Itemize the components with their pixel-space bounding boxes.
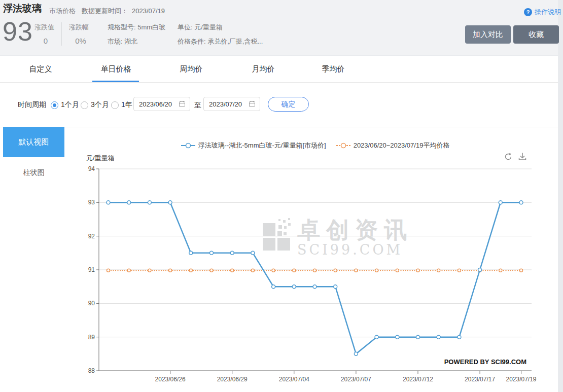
radio-1-year-circle[interactable] xyxy=(111,101,119,109)
svg-text:2023/07/04: 2023/07/04 xyxy=(279,376,309,383)
legend-item-market-price[interactable]: 浮法玻璃--湖北-5mm白玻-元/重量箱[市场价] xyxy=(181,141,326,150)
current-price: 93 xyxy=(3,17,33,46)
radio-3-month-label: 3个月 xyxy=(91,100,109,110)
legend-label: 2023/06/20~2023/07/19平均价格 xyxy=(354,141,450,150)
market-label: 市场: 湖北 xyxy=(108,37,137,46)
unit-label: 单位: 元/重量箱 xyxy=(178,23,223,32)
tab-weekly-avg[interactable]: 周均价 xyxy=(179,56,204,82)
svg-text:2023/07/07: 2023/07/07 xyxy=(341,376,371,383)
spec-label: 规格型号: 5mm白玻 xyxy=(108,23,165,32)
page-title: 浮法玻璃 xyxy=(3,2,42,15)
calendar-icon xyxy=(179,100,186,108)
change-value-label: 涨跌值 xyxy=(34,23,54,32)
active-tab-indicator xyxy=(92,81,139,82)
svg-text:2023/07/17: 2023/07/17 xyxy=(465,376,495,383)
price-line-chart[interactable]: 888990919293942023/06/262023/06/292023/0… xyxy=(0,127,558,392)
price-condition-label: 价格条件: 承兑价,厂提,含税... xyxy=(178,37,263,46)
help-link[interactable]: ? 操作说明 xyxy=(524,8,561,17)
time-period-label: 时间周期 xyxy=(18,100,46,110)
update-time: 数据更新时间：2023/07/19 xyxy=(82,7,165,16)
svg-text:91: 91 xyxy=(88,266,95,273)
svg-text:2023/06/29: 2023/06/29 xyxy=(217,376,248,383)
tab-bar xyxy=(0,56,558,83)
tab-daily-price[interactable]: 单日价格 xyxy=(97,56,135,82)
svg-text:2023/07/12: 2023/07/12 xyxy=(403,376,433,383)
update-time-label: 数据更新时间： xyxy=(82,7,128,15)
calendar-icon xyxy=(249,100,256,108)
divider xyxy=(61,22,62,46)
date-to-value: 2023/07/20 xyxy=(209,100,242,108)
legend-line-circle-icon xyxy=(336,142,350,149)
download-icon[interactable] xyxy=(517,152,527,162)
svg-text:88: 88 xyxy=(88,367,95,374)
legend-line-circle-icon xyxy=(181,142,195,149)
tab-quarterly-avg[interactable]: 季均价 xyxy=(321,56,346,82)
date-range-to-label: 至 xyxy=(194,101,201,110)
favorite-button[interactable]: 收藏 xyxy=(513,25,559,44)
tab-monthly-avg[interactable]: 月均价 xyxy=(251,56,276,82)
tab-custom[interactable]: 自定义 xyxy=(25,56,56,82)
radio-1-month-label: 1个月 xyxy=(61,100,79,110)
svg-text:2023/06/26: 2023/06/26 xyxy=(155,376,186,383)
add-compare-button[interactable]: 加入对比 xyxy=(465,25,511,44)
price-category-label: 市场价格 xyxy=(49,7,76,16)
confirm-button[interactable]: 确定 xyxy=(268,97,309,112)
change-rate: 0% xyxy=(69,37,92,45)
powered-by-label: POWERED BY SCI99.COM xyxy=(374,358,526,366)
product-price-page: 浮法玻璃 市场价格 数据更新时间：2023/07/19 93 涨跌值 0 涨跌幅… xyxy=(0,0,563,392)
radio-3-month-circle[interactable] xyxy=(81,101,88,109)
date-from-value: 2023/06/20 xyxy=(139,100,172,108)
refresh-icon[interactable] xyxy=(503,152,513,162)
radio-1-year[interactable]: 1年 xyxy=(111,100,132,110)
svg-text:93: 93 xyxy=(88,199,95,206)
svg-text:92: 92 xyxy=(88,233,95,240)
svg-text:90: 90 xyxy=(88,300,95,307)
date-to-input[interactable]: 2023/07/20 xyxy=(203,97,260,111)
radio-1-year-label: 1年 xyxy=(121,100,132,110)
legend-label: 浮法玻璃--湖北-5mm白玻-元/重量箱[市场价] xyxy=(198,141,326,150)
chart-legend: 浮法玻璃--湖北-5mm白玻-元/重量箱[市场价] 2023/06/20~202… xyxy=(99,141,532,150)
svg-text:89: 89 xyxy=(88,334,95,341)
y-axis-title: 元/重量箱 xyxy=(86,154,115,163)
svg-text:94: 94 xyxy=(88,165,95,172)
change-rate-label: 涨跌幅 xyxy=(69,23,89,32)
radio-1-month-circle[interactable] xyxy=(51,101,58,109)
change-value: 0 xyxy=(34,37,57,45)
radio-1-month[interactable]: 1个月 xyxy=(51,100,79,110)
date-from-input[interactable]: 2023/06/20 xyxy=(133,97,190,111)
radio-3-month[interactable]: 3个月 xyxy=(81,100,109,110)
question-circle-icon: ? xyxy=(524,8,532,16)
help-link-label: 操作说明 xyxy=(535,8,561,17)
svg-text:2023/07/19: 2023/07/19 xyxy=(506,376,536,383)
legend-item-average-price[interactable]: 2023/06/20~2023/07/19平均价格 xyxy=(336,141,450,150)
update-time-value: 2023/07/19 xyxy=(132,7,165,15)
